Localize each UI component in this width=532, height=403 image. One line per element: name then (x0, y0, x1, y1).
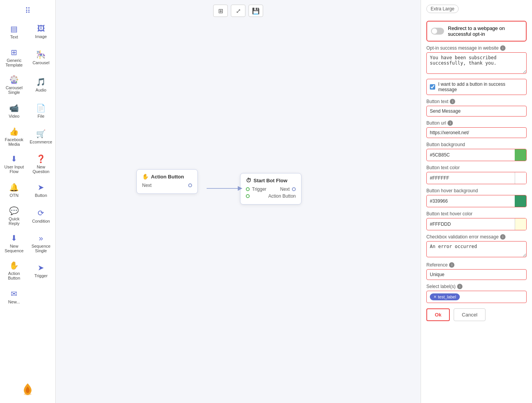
action-button-node-title: Action Button (151, 174, 184, 180)
button-text-color-input[interactable] (427, 173, 515, 183)
button-hover-bg-swatch[interactable] (515, 195, 526, 207)
sidebar-item-image[interactable]: 🖼 Image (28, 20, 54, 43)
tag-row[interactable]: × test_label (426, 291, 527, 303)
button-bg-swatch[interactable] (515, 149, 526, 161)
ecommerce-icon: 🛒 (36, 129, 46, 138)
redirect-box[interactable]: Redirect to a webpage on successful opt-… (426, 21, 527, 42)
action-button-node-icon: ✋ (142, 173, 149, 180)
sidebar-label-audio: Audio (36, 88, 46, 92)
sidebar-label-video: Video (9, 114, 20, 118)
add-button-checkbox[interactable] (430, 84, 435, 90)
sidebar-item-otn[interactable]: 🔔 OTN (2, 178, 27, 202)
optin-textarea[interactable] (426, 52, 527, 74)
checkbox-validation-info-icon[interactable]: i (500, 234, 505, 240)
trigger-next-label: Next (280, 187, 290, 192)
redirect-label: Redirect to a webpage on successful opt-… (448, 25, 522, 37)
optin-info-icon[interactable]: i (500, 45, 505, 51)
sidebar-item-condition[interactable]: ⟳ Condition (28, 203, 54, 229)
button-text-color-swatch[interactable] (515, 172, 526, 184)
sidebar-item-generic-template[interactable]: ⊞ Generic Template (2, 45, 27, 70)
sidebar-item-new-sequence[interactable]: ⬇ New Sequence (2, 230, 27, 256)
action-button-label: Action Button (268, 193, 296, 199)
sidebar-item-user-input-flow[interactable]: ⬇ User Input Flow (2, 151, 27, 177)
sidebar-item-text[interactable]: ▤ Text (2, 20, 27, 43)
condition-icon: ⟳ (38, 208, 44, 218)
sidebar-label-sequence-single: Sequence Single (30, 244, 52, 253)
trigger-next-dot (292, 187, 296, 191)
video-icon: 📹 (9, 103, 19, 113)
checkbox-validation-textarea[interactable] (426, 241, 527, 257)
sidebar-label-button: Button (35, 193, 47, 198)
audio-icon: 🎵 (36, 77, 46, 87)
tag-close-icon[interactable]: × (434, 294, 436, 300)
button-text-hover-swatch[interactable] (515, 218, 526, 230)
sidebar-item-new-question[interactable]: ❓ New Question (28, 151, 54, 177)
button-text-hover-color-row (426, 218, 527, 230)
button-bg-section: Button background (426, 142, 527, 161)
cancel-button[interactable]: Cancel (454, 308, 485, 321)
trigger-label: Trigger (252, 187, 267, 192)
text-icon: ▤ (10, 24, 18, 33)
facebook-media-icon: 👍 (9, 127, 19, 136)
carousel-icon: 🎠 (36, 50, 46, 59)
checkbox-validation-section: Checkbox validation error message i (426, 234, 527, 258)
button-hover-bg-input[interactable] (427, 196, 515, 206)
button-icon: ➤ (38, 183, 44, 192)
sidebar-item-ecommerce[interactable]: 🛒 Ecommerce (28, 124, 54, 150)
sidebar-item-audio[interactable]: 🎵 Audio (28, 72, 54, 98)
sidebar-label-action-button: Action Button (3, 271, 25, 280)
button-url-input[interactable] (426, 127, 527, 138)
sidebar-label-facebook-media: Facebook Media (3, 137, 25, 147)
reference-input[interactable] (426, 269, 527, 280)
checkbox-validation-label: Checkbox validation error message i (426, 234, 527, 240)
sidebar-label-otn: OTN (10, 193, 18, 198)
action-button-next-dot (188, 183, 192, 187)
file-icon: 📄 (36, 103, 46, 113)
sidebar-label-user-input-flow: User Input Flow (3, 165, 25, 174)
start-bot-flow-node[interactable]: ⏱ Start Bot Flow Trigger Next Action But… (240, 173, 302, 205)
new-icon: ✉ (11, 289, 17, 298)
button-text-hover-input[interactable] (427, 219, 515, 229)
button-url-section: Button url i (426, 120, 527, 138)
sidebar-item-quick-reply[interactable]: 💬 Quick Reply (2, 203, 27, 229)
button-url-info-icon[interactable]: i (447, 120, 453, 126)
sidebar-label-generic-template: Generic Template (3, 58, 25, 67)
trigger-icon: ➤ (38, 263, 44, 272)
optin-section: Opt-in success message in website i (426, 45, 527, 75)
main-canvas: ⊞ ⤢ 💾 ✋ Action Button Next ⏱ Start Bot F… (56, 0, 421, 403)
action-button-node-next-label: Next (142, 183, 152, 188)
sidebar-item-file[interactable]: 📄 File (28, 99, 54, 122)
button-text-input[interactable] (426, 106, 527, 117)
sidebar-item-facebook-media[interactable]: 👍 Facebook Media (2, 124, 27, 150)
sidebar-label-trigger: Trigger (34, 273, 47, 278)
reference-section: Reference i (426, 262, 527, 280)
button-text-info-icon[interactable]: i (450, 99, 455, 104)
button-text-section: Button text i (426, 99, 527, 117)
sidebar-item-new[interactable]: ✉ New... (2, 285, 27, 308)
image-icon: 🖼 (37, 24, 45, 33)
redirect-toggle[interactable] (431, 28, 444, 35)
sidebar-grid: ▤ Text 🖼 Image ⊞ Generic Template 🎠 Caro… (2, 20, 54, 308)
quick-reply-icon: 💬 (9, 206, 19, 215)
reference-info-icon[interactable]: i (449, 262, 454, 268)
sidebar-item-action-button[interactable]: ✋ Action Button (2, 258, 27, 283)
sidebar-item-trigger[interactable]: ➤ Trigger (28, 258, 54, 283)
ok-button[interactable]: Ok (426, 308, 450, 321)
select-labels-label: Select label(s) i (426, 284, 527, 289)
flow-area: ✋ Action Button Next ⏱ Start Bot Flow Tr… (56, 0, 421, 403)
add-button-checkbox-row[interactable]: I want to add a button in success messag… (426, 79, 527, 95)
sidebar-item-carousel[interactable]: 🎠 Carousel (28, 45, 54, 70)
sidebar-item-video[interactable]: 📹 Video (2, 99, 27, 122)
action-button-icon: ✋ (9, 261, 19, 270)
tag-value: test_label (438, 295, 456, 299)
flow-connector (56, 0, 421, 403)
select-labels-info-icon[interactable]: i (457, 284, 462, 289)
sidebar-top-icon[interactable]: ⠿ (22, 3, 34, 18)
sidebar-label-new-sequence: New Sequence (3, 244, 25, 253)
sidebar-item-sequence-single[interactable]: » Sequence Single (28, 230, 54, 256)
sidebar-item-carousel-single[interactable]: 🎡 Carousel Single (2, 72, 27, 98)
button-bg-input[interactable] (427, 150, 515, 160)
button-text-color-row (426, 172, 527, 184)
sidebar-item-button[interactable]: ➤ Button (28, 178, 54, 202)
action-button-node[interactable]: ✋ Action Button Next (136, 169, 198, 194)
